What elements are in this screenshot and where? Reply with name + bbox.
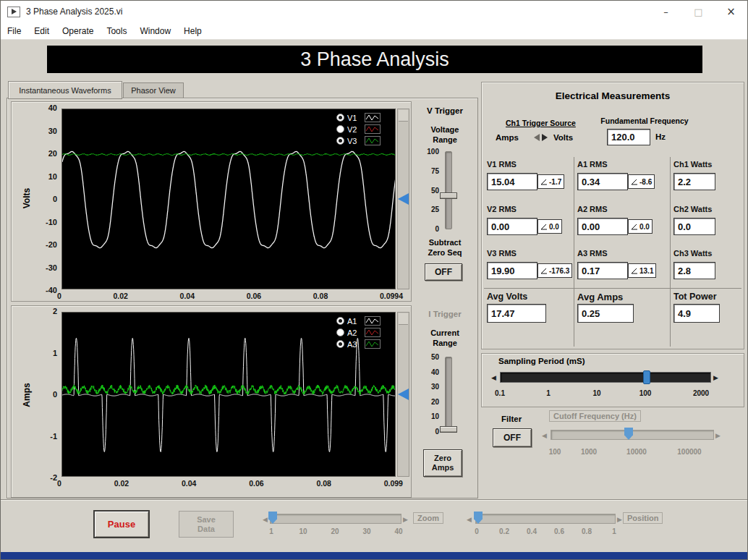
zoom-slider-track[interactable]	[270, 514, 401, 524]
tick-label: 0	[53, 195, 57, 203]
position-slider-track[interactable]	[475, 514, 616, 524]
menu-file[interactable]: File	[1, 23, 27, 39]
menu-operate[interactable]: Operate	[56, 23, 100, 39]
filter-off-button[interactable]: OFF	[493, 428, 532, 447]
tick-label: 1	[53, 349, 57, 357]
current-range-slider[interactable]	[445, 357, 452, 432]
v-trigger-title: V Trigger	[419, 106, 471, 115]
legend-item-v1[interactable]: V1	[336, 112, 381, 123]
a2-trace-icon[interactable]	[365, 328, 381, 337]
slider-left-arrow-icon[interactable]: ◀	[491, 374, 496, 381]
a1-trace-icon[interactable]	[365, 316, 381, 326]
v1-trace-icon[interactable]	[365, 113, 381, 122]
tick-label: 0	[435, 428, 439, 436]
angle-value: -176.3	[549, 267, 569, 275]
a1-radio[interactable]	[336, 317, 344, 325]
close-icon[interactable]: ×	[715, 1, 747, 22]
v1-radio[interactable]	[336, 114, 344, 122]
angle-icon	[540, 268, 548, 274]
angle-value: 0.0	[639, 223, 650, 231]
current-range-thumb[interactable]	[440, 426, 457, 433]
zoom-label: Zoom	[413, 512, 443, 524]
menu-edit[interactable]: Edit	[27, 23, 56, 39]
slider-left-arrow-icon[interactable]: ◀	[542, 432, 547, 439]
menu-tools[interactable]: Tools	[100, 23, 133, 39]
minimize-icon[interactable]: –	[650, 1, 682, 22]
tick-label: 100	[639, 389, 652, 397]
tick-label: 40	[394, 527, 402, 535]
divider	[1, 500, 748, 501]
avg-amps-label: Avg Amps	[577, 292, 623, 302]
left-arrow-icon[interactable]	[534, 134, 540, 141]
subtract-zero-seq-off-button[interactable]: OFF	[425, 263, 462, 281]
i-trigger-cursor[interactable]	[398, 389, 409, 400]
a3-trace-icon[interactable]	[365, 339, 381, 349]
zero-amps-button[interactable]: Zero Amps	[423, 449, 462, 477]
maximize-icon[interactable]: □	[682, 1, 715, 22]
v-trigger-cursor[interactable]	[398, 193, 409, 205]
fundamental-frequency-label: Fundamental Frequency	[587, 116, 702, 125]
slider-right-arrow-icon[interactable]: ▶	[713, 374, 718, 381]
a3-radio[interactable]	[336, 340, 344, 348]
title-bar: 3 Phase Analysis 2025.vi – □ ×	[1, 1, 747, 22]
sampling-slider-track[interactable]	[500, 372, 711, 383]
slider-left-arrow-icon[interactable]: ◀	[467, 516, 472, 523]
v2-rms-value: 0.00	[487, 218, 537, 235]
legend-item-v2[interactable]: V2	[336, 124, 381, 135]
tick-label: 10	[299, 527, 307, 535]
legend-item-a2[interactable]: A2	[336, 327, 381, 338]
tick-label: 2000	[693, 389, 709, 397]
voltage-range-thumb[interactable]	[440, 192, 457, 199]
tick-label: 0.02	[114, 479, 129, 488]
pause-button[interactable]: Pause	[93, 510, 150, 538]
menu-help[interactable]: Help	[177, 23, 208, 39]
tick-label: 0	[57, 479, 61, 488]
legend-item-v3[interactable]: V3	[336, 135, 381, 146]
ch2-watts-value: 0.0	[673, 218, 715, 235]
ch1-watts-label: Ch1 Watts	[673, 160, 712, 169]
slider-left-arrow-icon[interactable]: ◀	[263, 516, 268, 523]
divider	[574, 157, 574, 347]
slider-right-arrow-icon[interactable]: ▶	[617, 516, 622, 523]
tick-label: 25	[431, 205, 439, 213]
tick-label: 50	[431, 187, 439, 195]
v2-radio[interactable]	[336, 125, 344, 133]
trigger-source-toggle[interactable]	[534, 134, 548, 141]
right-arrow-icon[interactable]	[542, 134, 548, 141]
v3-trace-icon[interactable]	[365, 136, 381, 145]
save-data-label-1: Save	[197, 515, 216, 525]
voltage-range-slider[interactable]	[445, 151, 452, 229]
avg-volts-value: 17.47	[487, 304, 546, 323]
a2-radio[interactable]	[336, 328, 344, 336]
tab-instantaneous-waveforms[interactable]: Instantaneous Waveforms	[8, 81, 122, 99]
v2-angle: 0.0	[537, 219, 562, 234]
tick-label: 100	[549, 448, 561, 456]
legend-label: A2	[347, 328, 362, 337]
slider-right-arrow-icon[interactable]: ▶	[715, 432, 721, 439]
window-title: 3 Phase Analysis 2025.vi	[26, 7, 122, 17]
menu-window[interactable]: Window	[133, 23, 177, 39]
sampling-slider-thumb[interactable]	[643, 370, 650, 384]
scrollbar-nub[interactable]	[399, 110, 408, 122]
tick-label: 0.1	[495, 389, 505, 397]
legend-item-a3[interactable]: A3	[336, 339, 381, 349]
fundamental-frequency-value[interactable]: 120.0	[607, 129, 650, 145]
fundamental-frequency-unit: Hz	[655, 132, 666, 141]
angle-value: -1.7	[549, 178, 561, 186]
legend-item-a1[interactable]: A1	[336, 315, 381, 326]
volts-x-axis: 0 0.02 0.04 0.06 0.08 0.0994	[57, 292, 403, 300]
slider-right-arrow-icon[interactable]: ▶	[403, 516, 408, 523]
tick-label: 0.04	[182, 479, 196, 488]
tab-phasor-view[interactable]: Phasor View	[123, 82, 184, 98]
current-range-label-1: Current	[419, 328, 471, 337]
zero-amps-label-2: Amps	[432, 463, 454, 472]
save-data-button[interactable]: Save Data	[179, 511, 234, 538]
scrollbar-nub[interactable]	[399, 313, 408, 325]
divider	[484, 288, 741, 289]
v3-radio[interactable]	[336, 137, 344, 145]
voltage-range-label-2: Range	[419, 135, 471, 144]
v2-trace-icon[interactable]	[365, 124, 381, 134]
app-window: 3 Phase Analysis 2025.vi – □ × File Edit…	[0, 0, 748, 560]
angle-icon	[540, 224, 548, 230]
tick-label: 2	[53, 307, 57, 315]
